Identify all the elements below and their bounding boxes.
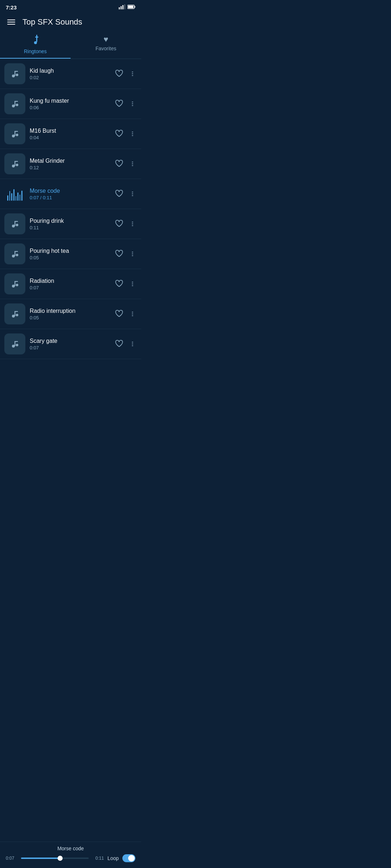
more-dot <box>132 342 133 342</box>
sound-info: Pouring hot tea 0:05 <box>30 248 109 260</box>
like-button[interactable] <box>113 68 125 80</box>
sound-thumbnail <box>4 303 25 324</box>
more-dot <box>132 314 133 314</box>
more-dot <box>132 103 133 104</box>
list-item[interactable]: Scary gate 0:07 <box>0 329 141 359</box>
more-options-button[interactable] <box>128 99 137 108</box>
sound-actions <box>113 308 137 320</box>
waveform-bar <box>11 193 12 201</box>
sound-actions <box>113 128 137 140</box>
like-button[interactable] <box>113 338 125 350</box>
more-dot <box>132 315 133 316</box>
more-options-button[interactable] <box>128 159 137 168</box>
waveform-bar <box>9 191 10 201</box>
list-item[interactable]: Pouring hot tea 0:05 <box>0 239 141 269</box>
more-dot <box>132 225 133 226</box>
tab-favorites[interactable]: ♥ Favorites <box>71 31 141 59</box>
svg-rect-9 <box>35 37 38 38</box>
more-options-button[interactable] <box>128 69 137 78</box>
sound-name: Pouring drink <box>30 218 109 224</box>
svg-point-42 <box>16 284 18 286</box>
svg-point-46 <box>12 315 15 318</box>
more-options-button[interactable] <box>128 310 137 318</box>
sound-thumbnail <box>4 243 25 264</box>
svg-point-41 <box>12 285 15 288</box>
waveform-bar <box>16 196 17 201</box>
more-options-button[interactable] <box>128 250 137 258</box>
sound-duration: 0:02 <box>30 75 109 80</box>
sound-duration: 0:11 <box>30 225 109 230</box>
signal-icon <box>119 4 125 10</box>
favorites-tab-label: Favorites <box>96 46 117 51</box>
svg-rect-5 <box>135 6 135 8</box>
sound-name: Morse code <box>30 188 109 194</box>
list-item[interactable]: Radio interruption 0:05 <box>0 299 141 329</box>
music-note-icon <box>9 128 21 140</box>
sound-thumbnail <box>4 123 25 144</box>
svg-point-52 <box>16 344 18 346</box>
list-item[interactable]: Kid laugh 0:02 <box>0 59 141 89</box>
more-options-button[interactable] <box>128 340 137 348</box>
more-dot <box>132 192 133 192</box>
like-button[interactable] <box>113 188 125 200</box>
like-button[interactable] <box>113 98 125 110</box>
music-note-icon <box>9 278 21 290</box>
waveform-bar <box>21 191 22 201</box>
svg-rect-34 <box>14 221 18 222</box>
waveform-bar <box>17 192 18 201</box>
like-button[interactable] <box>113 278 125 290</box>
like-button[interactable] <box>113 248 125 260</box>
music-note-icon <box>9 68 21 80</box>
waveform-bar <box>7 195 8 201</box>
sound-duration: 0:04 <box>30 135 109 140</box>
sound-actions <box>113 68 137 80</box>
like-button[interactable] <box>113 218 125 230</box>
sound-info: Pouring drink 0:11 <box>30 218 109 230</box>
sound-duration: 0:05 <box>30 315 109 320</box>
list-item[interactable]: Morse code 0:07 / 0:11 <box>0 179 141 209</box>
svg-point-16 <box>12 105 15 107</box>
like-button[interactable] <box>113 308 125 320</box>
sound-actions <box>113 278 137 290</box>
svg-point-22 <box>16 134 18 136</box>
tab-ringtones[interactable]: Ringtones <box>0 31 71 59</box>
more-options-button[interactable] <box>128 280 137 288</box>
music-note-icon <box>9 338 21 350</box>
sound-duration: 0:06 <box>30 105 109 110</box>
list-item[interactable]: Kung fu master 0:06 <box>0 89 141 119</box>
sound-thumbnail <box>4 333 25 354</box>
sound-info: Kung fu master 0:06 <box>30 98 109 110</box>
svg-point-21 <box>12 135 15 137</box>
list-item[interactable]: Pouring drink 0:11 <box>0 209 141 239</box>
list-item[interactable]: M16 Burst 0:04 <box>0 119 141 149</box>
battery-icon <box>127 4 135 10</box>
status-time: 7:23 <box>6 4 17 10</box>
sound-thumbnail <box>4 93 25 114</box>
svg-rect-19 <box>14 101 18 102</box>
more-options-button[interactable] <box>128 220 137 228</box>
more-dot <box>132 285 133 286</box>
more-options-button[interactable] <box>128 190 137 198</box>
music-note-icon <box>9 248 21 260</box>
more-dot <box>132 282 133 282</box>
menu-button[interactable] <box>6 18 17 26</box>
sound-name: Radiation <box>30 278 109 284</box>
more-dot <box>132 252 133 252</box>
more-options-button[interactable] <box>128 129 137 138</box>
svg-rect-39 <box>14 251 18 252</box>
svg-point-51 <box>12 345 15 348</box>
svg-rect-1 <box>121 6 122 9</box>
tabs-container: Ringtones ♥ Favorites <box>0 31 141 59</box>
sound-duration: 0:07 <box>30 285 109 290</box>
sound-duration: 0:12 <box>30 165 109 170</box>
svg-point-11 <box>12 75 15 77</box>
like-button[interactable] <box>113 158 125 170</box>
list-item[interactable]: Metal Grinder 0:12 <box>0 149 141 179</box>
sound-info: Radio interruption 0:05 <box>30 308 109 320</box>
more-dot <box>132 75 133 76</box>
more-dot <box>132 222 133 222</box>
like-button[interactable] <box>113 128 125 140</box>
list-item[interactable]: Radiation 0:07 <box>0 269 141 299</box>
sound-info: Morse code 0:07 / 0:11 <box>30 188 109 200</box>
svg-rect-3 <box>124 4 125 9</box>
